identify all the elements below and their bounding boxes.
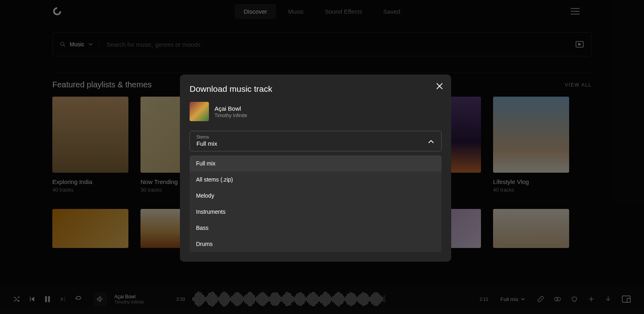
download-modal: Download music track Açai Bowl Timothy I… <box>180 74 451 262</box>
stems-option-full-mix[interactable]: Full mix <box>190 155 442 171</box>
stems-option-bass[interactable]: Bass <box>190 220 442 236</box>
track-artist: Timothy Infinite <box>215 113 247 118</box>
stems-select[interactable]: Stems Full mix <box>190 131 442 151</box>
close-button[interactable] <box>436 83 443 90</box>
stems-option-all-stems[interactable]: All stems (.zip) <box>190 171 442 188</box>
stems-label: Stems <box>196 134 435 139</box>
modal-title: Download music track <box>190 84 442 94</box>
track-name: Açai Bowl <box>215 105 247 112</box>
stems-option-drums[interactable]: Drums <box>190 236 442 252</box>
track-artwork <box>190 102 209 121</box>
stems-option-instruments[interactable]: Instruments <box>190 204 442 220</box>
modal-track-info: Açai Bowl Timothy Infinite <box>190 102 442 121</box>
close-icon <box>436 83 443 90</box>
stems-option-melody[interactable]: Melody <box>190 188 442 204</box>
stems-value: Full mix <box>196 140 435 147</box>
chevron-up-icon <box>428 138 434 145</box>
stems-dropdown: Full mix All stems (.zip) Melody Instrum… <box>190 155 442 252</box>
